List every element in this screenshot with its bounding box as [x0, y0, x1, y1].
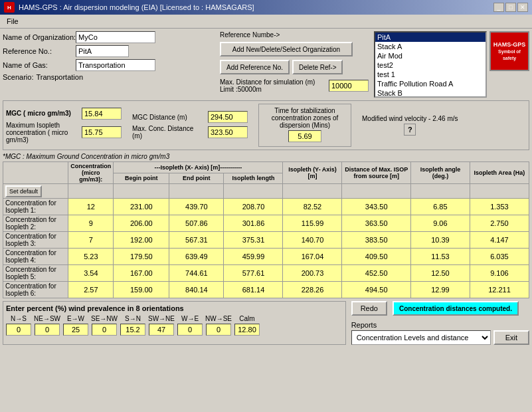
- input-3-8[interactable]: [470, 249, 529, 264]
- cell-3-2[interactable]: [114, 249, 169, 265]
- input-5-4[interactable]: [224, 282, 282, 298]
- cell-4-2[interactable]: [114, 265, 169, 282]
- cell-5-2[interactable]: [114, 282, 169, 298]
- input-1-8[interactable]: [470, 215, 529, 231]
- wind-input-5[interactable]: [149, 324, 174, 336]
- wind-input-1[interactable]: [35, 324, 60, 336]
- wind-input-8[interactable]: [234, 324, 260, 336]
- cell-1-6[interactable]: [342, 215, 410, 232]
- input-0-3[interactable]: [169, 199, 223, 215]
- input-4-5[interactable]: [283, 265, 341, 281]
- input-0-2[interactable]: [114, 199, 169, 215]
- input-1-6[interactable]: [342, 215, 410, 231]
- close-button[interactable]: ✕: [517, 3, 528, 12]
- cell-4-7[interactable]: [410, 265, 470, 282]
- cell-2-4[interactable]: [224, 232, 283, 249]
- file-menu[interactable]: File: [3, 16, 23, 27]
- cell-1-7[interactable]: [410, 215, 470, 232]
- org-input[interactable]: [76, 31, 155, 43]
- help-button[interactable]: ?: [404, 124, 416, 136]
- cell-1-2[interactable]: [114, 215, 169, 232]
- cell-2-6[interactable]: [342, 232, 410, 249]
- input-4-4[interactable]: [224, 265, 282, 281]
- cell-5-7[interactable]: [410, 282, 470, 298]
- input-0-5[interactable]: [283, 199, 341, 215]
- input-5-6[interactable]: [342, 282, 410, 298]
- input-3-6[interactable]: [342, 249, 410, 264]
- input-1-5[interactable]: [283, 215, 341, 231]
- cell-2-5[interactable]: [283, 232, 342, 249]
- input-2-8[interactable]: [470, 232, 529, 248]
- input-3-3[interactable]: [169, 249, 223, 264]
- input-1-2[interactable]: [114, 215, 169, 231]
- cell-1-8[interactable]: [470, 215, 529, 232]
- ref-input[interactable]: [76, 45, 129, 57]
- input-2-6[interactable]: [342, 232, 410, 248]
- exit-button[interactable]: Exit: [493, 330, 529, 345]
- input-3-2[interactable]: [114, 249, 169, 264]
- input-5-1[interactable]: [68, 282, 113, 298]
- cell-3-6[interactable]: [342, 249, 410, 265]
- ref-item-pita[interactable]: PitA: [375, 33, 486, 42]
- ref-item-test1[interactable]: test 1: [375, 70, 486, 79]
- wind-input-3[interactable]: [92, 324, 117, 336]
- input-2-1[interactable]: [68, 232, 113, 248]
- input-4-6[interactable]: [342, 265, 410, 281]
- input-2-4[interactable]: [224, 232, 282, 248]
- ref-item-airmod[interactable]: Air Mod: [375, 51, 486, 60]
- input-0-1[interactable]: [68, 199, 113, 215]
- cell-3-1[interactable]: [68, 249, 114, 265]
- cell-2-7[interactable]: [410, 232, 470, 249]
- cell-2-8[interactable]: [470, 232, 529, 249]
- cell-3-7[interactable]: [410, 249, 470, 265]
- cell-2-1[interactable]: [68, 232, 114, 249]
- cell-5-4[interactable]: [224, 282, 283, 298]
- cell-0-1[interactable]: [68, 199, 114, 215]
- input-1-3[interactable]: [169, 215, 223, 231]
- cell-4-3[interactable]: [169, 265, 224, 282]
- add-ref-button[interactable]: Add Reference No.: [220, 60, 290, 74]
- cell-3-5[interactable]: [283, 249, 342, 265]
- max-conc-dist-input[interactable]: [208, 126, 248, 138]
- cell-2-2[interactable]: [114, 232, 169, 249]
- cell-5-6[interactable]: [342, 282, 410, 298]
- cell-1-5[interactable]: [283, 215, 342, 232]
- input-3-1[interactable]: [68, 249, 113, 264]
- cell-3-4[interactable]: [224, 249, 283, 265]
- input-3-4[interactable]: [224, 249, 282, 264]
- ref-item-test2[interactable]: test2: [375, 60, 486, 70]
- input-2-5[interactable]: [283, 232, 341, 248]
- input-2-7[interactable]: [411, 232, 470, 248]
- input-0-8[interactable]: [470, 199, 529, 215]
- cell-5-3[interactable]: [169, 282, 224, 298]
- cell-4-6[interactable]: [342, 265, 410, 282]
- input-0-6[interactable]: [342, 199, 410, 215]
- cell-5-1[interactable]: [68, 282, 114, 298]
- input-5-7[interactable]: [411, 282, 470, 298]
- cell-5-5[interactable]: [283, 282, 342, 298]
- input-4-1[interactable]: [68, 265, 113, 281]
- delete-ref-button[interactable]: Delete Ref->: [292, 60, 343, 74]
- input-1-4[interactable]: [224, 215, 282, 231]
- input-0-4[interactable]: [224, 199, 282, 215]
- input-5-3[interactable]: [169, 282, 223, 298]
- cell-1-1[interactable]: [68, 215, 114, 232]
- input-2-2[interactable]: [114, 232, 169, 248]
- cell-0-2[interactable]: [114, 199, 169, 215]
- ref-item-stackb[interactable]: Stack B: [375, 88, 486, 98]
- cell-0-6[interactable]: [342, 199, 410, 215]
- cell-2-3[interactable]: [169, 232, 224, 249]
- input-3-7[interactable]: [411, 249, 470, 264]
- cell-0-7[interactable]: [410, 199, 470, 215]
- cell-1-4[interactable]: [224, 215, 283, 232]
- input-4-7[interactable]: [411, 265, 470, 281]
- maximize-button[interactable]: □: [505, 3, 516, 12]
- input-2-3[interactable]: [169, 232, 223, 248]
- cell-3-3[interactable]: [169, 249, 224, 265]
- input-1-7[interactable]: [411, 215, 470, 231]
- wind-input-2[interactable]: [63, 324, 88, 336]
- input-4-8[interactable]: [470, 265, 529, 281]
- wind-input-7[interactable]: [206, 324, 231, 336]
- input-4-3[interactable]: [169, 265, 223, 281]
- reports-dropdown[interactable]: Concentration Levels and distance: [351, 330, 491, 345]
